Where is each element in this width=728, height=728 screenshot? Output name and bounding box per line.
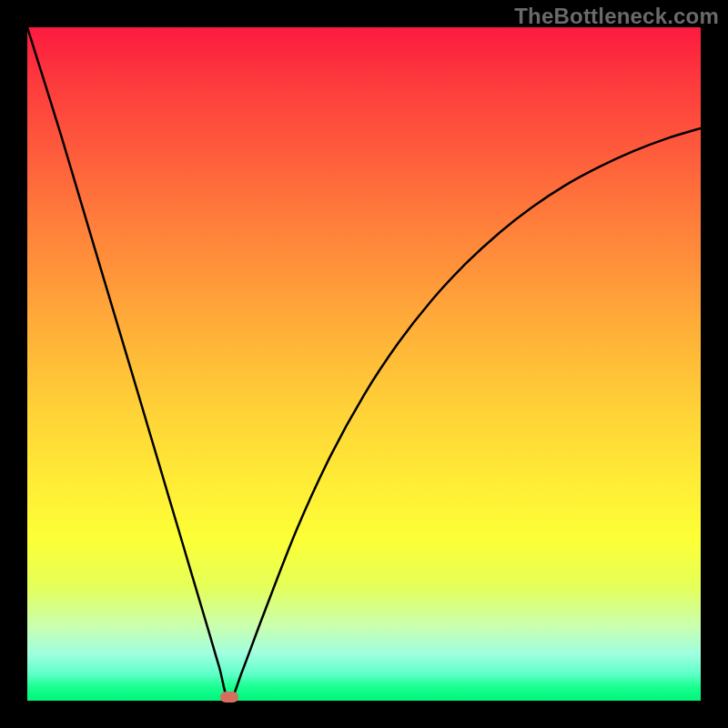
minimum-marker — [220, 692, 238, 703]
watermark-text: TheBottleneck.com — [514, 4, 719, 29]
curve-svg — [27, 27, 701, 701]
chart-frame: TheBottleneck.com — [0, 0, 728, 728]
plot-area — [27, 27, 701, 701]
bottleneck-curve — [27, 27, 701, 701]
